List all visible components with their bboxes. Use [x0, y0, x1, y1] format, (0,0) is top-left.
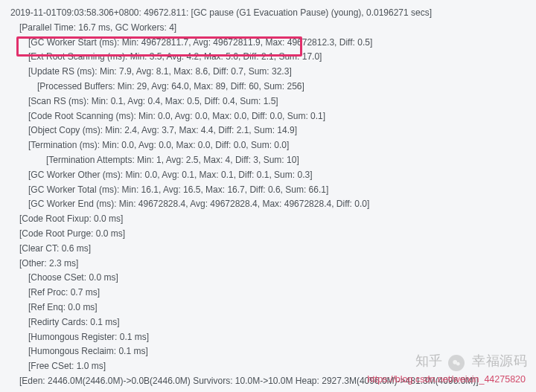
log-line: [Other: 2.3 ms] — [7, 257, 529, 271]
source-link[interactable]: https://blog.csdn.net/weixin_44275820 — [367, 373, 526, 388]
log-line: [Ref Enq: 0.0 ms] — [7, 301, 529, 315]
log-line: [Humongous Reclaim: 0.1 ms] — [7, 344, 529, 359]
log-line: [Code Root Purge: 0.0 ms] — [7, 227, 529, 242]
log-line: [Code Root Scanning (ms): Min: 0.0, Avg:… — [7, 109, 529, 124]
log-line: [Times: user=0.06 sys=0.00, real=0.02 se… — [7, 389, 529, 392]
log-line: [Termination Attempts: Min: 1, Avg: 2.5,… — [7, 153, 529, 168]
log-line: [Ext Root Scanning (ms): Min: 3.5, Avg: … — [7, 50, 529, 65]
log-line: [Parallel Time: 16.7 ms, GC Workers: 4] — [7, 21, 529, 36]
log-line: [Redirty Cards: 0.1 ms] — [7, 315, 529, 330]
log-line: [GC Worker End (ms): Min: 49672828.4, Av… — [7, 197, 529, 212]
log-line: [Update RS (ms): Min: 7.9, Avg: 8.1, Max… — [7, 65, 529, 80]
log-line: 2019-11-01T09:03:58.306+0800: 49672.811:… — [7, 6, 529, 21]
log-line: [Object Copy (ms): Min: 2.4, Avg: 3.7, M… — [7, 123, 529, 138]
log-line: [Scan RS (ms): Min: 0.1, Avg: 0.4, Max: … — [7, 94, 529, 109]
gc-log-block: 2019-11-01T09:03:58.306+0800: 49672.811:… — [0, 0, 536, 392]
log-line: [Clear CT: 0.6 ms] — [7, 242, 529, 257]
log-line: [Termination (ms): Min: 0.0, Avg: 0.0, M… — [7, 138, 529, 153]
log-line: [Code Root Fixup: 0.0 ms] — [7, 212, 529, 227]
log-line: [Processed Buffers: Min: 29, Avg: 64.0, … — [7, 80, 529, 94]
log-line: [Free CSet: 1.0 ms] — [7, 359, 529, 374]
log-line: [GC Worker Other (ms): Min: 0.0, Avg: 0.… — [7, 168, 529, 183]
log-line: [Humongous Register: 0.1 ms] — [7, 330, 529, 345]
log-line: [GC Worker Start (ms): Min: 49672811.7, … — [7, 36, 529, 51]
log-line: [Choose CSet: 0.0 ms] — [7, 271, 529, 286]
log-line: [Ref Proc: 0.7 ms] — [7, 286, 529, 301]
log-line: [GC Worker Total (ms): Min: 16.1, Avg: 1… — [7, 183, 529, 198]
